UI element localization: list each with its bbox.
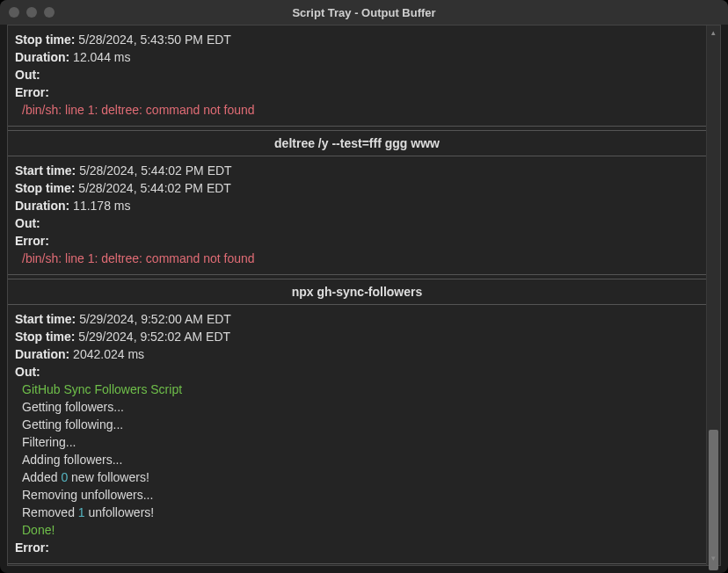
out-label-row: Out: [15, 363, 699, 381]
error-label-row: Error: [15, 83, 699, 101]
out-segment: Added [22, 470, 61, 484]
error-label: Error: [15, 234, 49, 248]
meta-row: Duration: 12.044 ms [15, 48, 699, 66]
out-line: Removed 1 unfollowers! [15, 504, 699, 521]
out-label-row: Out: [15, 66, 699, 83]
meta-value: 11.178 ms [73, 199, 130, 213]
out-line: GitHub Sync Followers Script [15, 381, 699, 398]
out-label: Out: [15, 365, 40, 379]
meta-row: Start time: 5/29/2024, 9:52:00 AM EDT [15, 310, 699, 328]
meta-value: 5/29/2024, 9:52:02 AM EDT [78, 330, 230, 344]
error-line: /bin/sh: line 1: deltree: command not fo… [15, 101, 699, 119]
meta-row: Stop time: 5/29/2024, 9:52:02 AM EDT [15, 328, 699, 345]
out-segment: GitHub Sync Followers Script [22, 382, 182, 396]
app-window: Script Tray - Output Buffer Stop time: 5… [0, 0, 728, 573]
out-segment: Filtering... [22, 435, 76, 449]
meta-value: 2042.024 ms [73, 347, 144, 361]
meta-value: 5/28/2024, 5:43:50 PM EDT [78, 33, 231, 47]
out-segment: Done! [22, 523, 55, 537]
out-segment: Removing unfollowers... [22, 488, 153, 502]
out-label: Out: [15, 216, 40, 230]
error-label-row: Error: [15, 539, 699, 556]
scroll-up-icon[interactable]: ▴ [707, 25, 720, 40]
window-controls [9, 7, 55, 18]
command-header: npx gh-sync-followers [8, 279, 706, 305]
meta-label: Stop time: [15, 181, 78, 195]
meta-label: Start time: [15, 163, 79, 178]
maximize-icon[interactable] [44, 7, 55, 18]
output-block: deltree /y --test=fff ggg wwwStart time:… [8, 127, 706, 275]
out-segment: 1 [78, 505, 85, 519]
meta-value: 5/29/2024, 9:52:00 AM EDT [79, 312, 231, 326]
out-segment: Getting followers... [22, 400, 124, 414]
meta-label: Duration: [15, 199, 73, 213]
meta-row: Start time: 5/28/2024, 5:44:02 PM EDT [15, 162, 699, 179]
output-block: npx gh-sync-followersStart time: 5/29/20… [8, 275, 706, 564]
meta-row: Duration: 11.178 ms [15, 197, 699, 214]
command-header: deltree /y --test=fff ggg www [8, 130, 706, 156]
meta-label: Stop time: [15, 330, 78, 344]
out-line: Getting following... [15, 416, 699, 433]
out-label-row: Out: [15, 214, 699, 232]
meta-value: 12.044 ms [73, 50, 130, 64]
meta-label: Start time: [15, 312, 79, 326]
out-segment: new followers! [68, 470, 149, 484]
titlebar[interactable]: Script Tray - Output Buffer [0, 0, 728, 25]
out-line: Removing unfollowers... [15, 486, 699, 504]
out-segment: Adding followers... [22, 453, 122, 467]
out-label: Out: [15, 68, 40, 82]
close-icon[interactable] [9, 7, 19, 18]
meta-value: 5/28/2024, 5:44:02 PM EDT [78, 181, 231, 195]
meta-label: Duration: [15, 347, 73, 361]
meta-row: Stop time: 5/28/2024, 5:44:02 PM EDT [15, 179, 699, 197]
scrollbar[interactable]: ▴ ▾ [706, 25, 720, 565]
output-block: Stop time: 5/28/2024, 5:43:50 PM EDTDura… [8, 25, 706, 127]
out-line: Added 0 new followers! [15, 468, 699, 486]
meta-row: Stop time: 5/28/2024, 5:43:50 PM EDT [15, 31, 699, 48]
error-line: /bin/sh: line 1: deltree: command not fo… [15, 250, 699, 267]
out-line: Done! [15, 521, 699, 539]
minimize-icon[interactable] [26, 7, 37, 18]
meta-label: Stop time: [15, 33, 78, 47]
out-segment: unfollowers! [85, 505, 155, 519]
output-content[interactable]: Stop time: 5/28/2024, 5:43:50 PM EDTDura… [8, 25, 706, 565]
scroll-down-icon[interactable]: ▾ [707, 551, 720, 565]
out-segment: Removed [22, 505, 78, 519]
out-line: Adding followers... [15, 451, 699, 468]
error-label: Error: [15, 540, 49, 555]
meta-row: Duration: 2042.024 ms [15, 345, 699, 363]
meta-label: Duration: [15, 50, 73, 64]
out-line: Filtering... [15, 433, 699, 451]
window-title: Script Tray - Output Buffer [0, 6, 728, 19]
output-viewport: Stop time: 5/28/2024, 5:43:50 PM EDTDura… [7, 25, 721, 566]
error-label-row: Error: [15, 232, 699, 250]
scroll-thumb[interactable] [709, 430, 718, 570]
out-segment: Getting following... [22, 417, 123, 432]
out-segment: 0 [61, 470, 68, 484]
meta-value: 5/28/2024, 5:44:02 PM EDT [79, 163, 232, 178]
out-line: Getting followers... [15, 398, 699, 416]
error-label: Error: [15, 85, 49, 99]
